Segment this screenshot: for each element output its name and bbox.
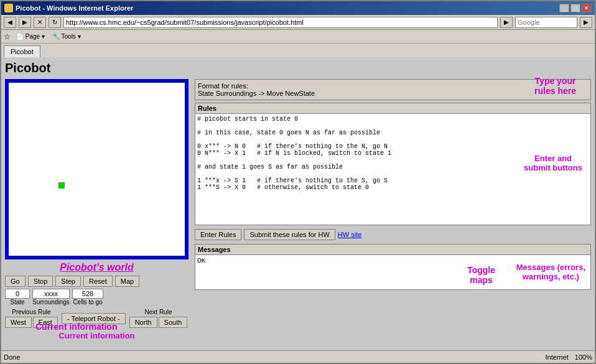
messages-header: Messages	[195, 245, 590, 255]
messages-content: OK	[195, 255, 590, 289]
prev-next-section: Previous Rule West East - Teleport Robot…	[5, 309, 189, 328]
step-button[interactable]: Step	[55, 276, 81, 287]
toolbar: ☆ 📄 Page ▾ 🔧 Tools ▾	[1, 30, 595, 44]
rules-actions: Enter Rules Submit these rules for HW HW…	[195, 228, 591, 241]
next-rule-label: Next Rule	[145, 309, 172, 315]
next-group: Next Rule North South	[129, 309, 188, 328]
browser-window: Picobot - Windows Internet Explorer _ □ …	[0, 0, 596, 364]
refresh-button[interactable]: ↻	[49, 17, 61, 28]
next-buttons: North South	[129, 317, 188, 328]
search-go-button[interactable]: ▶	[580, 17, 592, 28]
control-panel: Go Stop Step Reset Map State Sur	[5, 276, 189, 340]
robot	[58, 182, 65, 189]
world-label: Picobot's world	[5, 262, 189, 273]
go-button[interactable]: ▶	[500, 17, 513, 28]
rules-textarea[interactable]	[195, 114, 590, 223]
window-controls: _ □ ✕	[559, 4, 592, 12]
status-done: Done	[4, 353, 20, 361]
world-canvas	[5, 79, 189, 259]
cells-group: Cells to go	[72, 289, 103, 306]
stop-button[interactable]: Stop	[28, 276, 54, 287]
state-input[interactable]	[5, 289, 30, 299]
close-button[interactable]: ✕	[582, 4, 592, 12]
status-right: Internet 100%	[546, 353, 592, 361]
teleport-group: - Teleport Robot -	[62, 313, 126, 324]
title-bar-text: Picobot - Windows Internet Explorer	[4, 4, 133, 12]
favorites-icon: ☆	[4, 32, 11, 41]
address-bar: ◀ ▶ ✕ ↻ ▶ ▶	[1, 15, 595, 30]
maximize-button[interactable]: □	[570, 4, 580, 12]
picobot-tab[interactable]: Picobot	[4, 45, 40, 57]
west-button[interactable]: West	[5, 317, 32, 328]
prev-group: Previous Rule West East	[5, 309, 58, 328]
surroundings-input[interactable]	[32, 289, 70, 299]
status-zone: Internet	[546, 353, 569, 361]
state-group: State	[5, 289, 30, 306]
ie-icon	[4, 4, 13, 12]
search-input[interactable]	[515, 17, 577, 28]
back-button[interactable]: ◀	[4, 17, 16, 28]
rules-section: Rules	[195, 103, 591, 225]
teleport-button[interactable]: - Teleport Robot -	[62, 313, 126, 324]
submit-hw-button[interactable]: Submit these rules for HW	[244, 229, 335, 240]
messages-section: Messages OK	[195, 244, 591, 290]
state-label: State	[10, 299, 24, 306]
main-button-row: Go Stop Step Reset Map	[5, 276, 189, 287]
forward-button[interactable]: ▶	[19, 17, 31, 28]
enter-rules-button[interactable]: Enter Rules	[195, 229, 241, 240]
main-content: Picobot Picobot's world Go Stop Step Res…	[1, 57, 595, 350]
status-bar: Done Internet 100%	[1, 350, 595, 363]
left-column: Picobot's world Go Stop Step Reset Map S…	[5, 79, 189, 347]
tab-bar: Picobot	[1, 44, 595, 57]
prev-rule-label: Previous Rule	[12, 309, 50, 315]
status-zoom: 100%	[575, 353, 592, 361]
reset-button[interactable]: Reset	[83, 276, 113, 287]
prev-buttons: West East	[5, 317, 58, 328]
south-button[interactable]: South	[159, 317, 188, 328]
address-input[interactable]	[63, 17, 498, 28]
east-button[interactable]: East	[33, 317, 58, 328]
page-title: Picobot	[5, 61, 591, 75]
info-row: State Surroundings Cells to go	[5, 289, 189, 306]
north-button[interactable]: North	[129, 317, 157, 328]
surroundings-group: Surroundings	[32, 289, 70, 306]
cells-label: Cells to go	[73, 299, 102, 306]
format-description: State Surroundings -> Move NewState	[198, 90, 588, 97]
rules-panel: Format for rules: State Surroundings -> …	[195, 79, 591, 347]
stop-button[interactable]: ✕	[34, 17, 46, 28]
title-bar: Picobot - Windows Internet Explorer _ □ …	[1, 1, 595, 15]
tools-button[interactable]: 🔧 Tools ▾	[50, 32, 83, 40]
surroundings-label: Surroundings	[32, 299, 69, 306]
hw-site-link[interactable]: HW site	[338, 231, 362, 238]
content-area: Picobot's world Go Stop Step Reset Map S…	[5, 79, 591, 347]
minimize-button[interactable]: _	[559, 4, 569, 12]
format-box: Format for rules: State Surroundings -> …	[195, 79, 591, 100]
current-info-label: Current information	[5, 331, 189, 340]
cells-input[interactable]	[72, 289, 103, 299]
page-button[interactable]: 📄 Page ▾	[14, 32, 47, 40]
map-button[interactable]: Map	[115, 276, 139, 287]
rules-header: Rules	[195, 103, 590, 114]
format-label: Format for rules:	[198, 82, 588, 90]
go-button[interactable]: Go	[5, 276, 26, 287]
